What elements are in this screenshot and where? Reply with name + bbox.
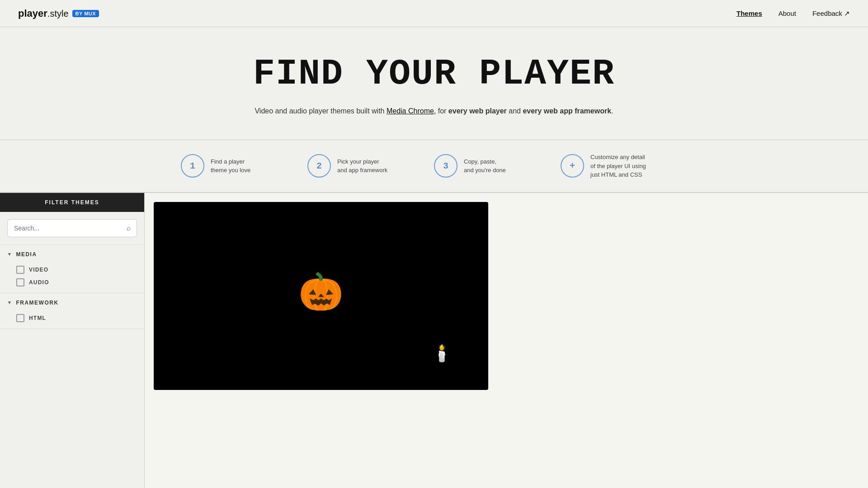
html-option[interactable]: HTML (16, 314, 137, 322)
hero-section: FIND YOUR PLAYER Video and audio player … (0, 27, 868, 140)
step-2-text: Pick your playerand app framework (337, 157, 387, 175)
step-plus-text: Customize any detailof the player UI usi… (590, 153, 646, 179)
html-label: HTML (29, 315, 46, 321)
nav-feedback[interactable]: Feedback ↗ (812, 9, 850, 18)
step-plus-circle: + (561, 154, 584, 178)
media-options: VIDEO AUDIO (0, 264, 144, 293)
video-preview: 🎃 🕯️ (154, 202, 488, 390)
step-2-circle: 2 (307, 154, 331, 178)
framework-options: HTML (0, 312, 144, 328)
framework-section-header[interactable]: ▼ FRAMEWORK (0, 293, 144, 312)
media-chrome-link[interactable]: Media Chrome, (387, 107, 436, 115)
search-input[interactable] (8, 220, 121, 236)
pumpkin-icon: 🎃 (298, 270, 344, 313)
sidebar-header: Filter Themes (0, 193, 144, 212)
step-3: 3 Copy, paste,and you're done (434, 153, 561, 179)
nav-about[interactable]: About (778, 9, 796, 17)
search-section: ⌕ (0, 212, 144, 245)
steps-section: 1 Find a playertheme you love 2 Pick you… (0, 140, 868, 193)
framework-section-label: FRAMEWORK (16, 300, 58, 306)
navigation: player.style BY MUX Themes About Feedbac… (0, 0, 868, 27)
hero-subtitle: Video and audio player themes built with… (18, 105, 850, 117)
nav-links: Themes About Feedback ↗ (736, 9, 850, 18)
media-chevron-icon: ▼ (7, 252, 12, 257)
step-3-text: Copy, paste,and you're done (464, 157, 506, 175)
audio-option[interactable]: AUDIO (16, 278, 137, 286)
video-checkbox[interactable] (16, 266, 24, 274)
search-button[interactable]: ⌕ (121, 220, 137, 237)
logo-text: player.style (18, 8, 69, 19)
logo-player: player (18, 8, 47, 19)
video-label: VIDEO (29, 267, 48, 273)
logo-badge: BY MUX (72, 10, 99, 17)
hero-title: FIND YOUR PLAYER (18, 54, 850, 94)
step-plus: + Customize any detailof the player UI u… (561, 153, 687, 179)
sidebar: Filter Themes ⌕ ▼ MEDIA VIDEO AUDIO (0, 193, 145, 488)
html-checkbox[interactable] (16, 314, 24, 322)
logo-style: style (50, 9, 68, 19)
step-1-text: Find a playertheme you love (211, 157, 250, 175)
logo: player.style BY MUX (18, 8, 99, 19)
step-1-circle: 1 (181, 154, 204, 178)
nav-themes[interactable]: Themes (736, 9, 762, 17)
media-section-header[interactable]: ▼ MEDIA (0, 245, 144, 264)
main-layout: Filter Themes ⌕ ▼ MEDIA VIDEO AUDIO (0, 193, 868, 488)
framework-chevron-icon: ▼ (7, 300, 12, 305)
media-filter-section: ▼ MEDIA VIDEO AUDIO (0, 245, 144, 293)
step-3-circle: 3 (434, 154, 458, 178)
audio-label: AUDIO (29, 279, 49, 286)
search-box: ⌕ (7, 219, 137, 237)
framework-filter-section: ▼ FRAMEWORK HTML (0, 293, 144, 329)
content-area: 🎃 🕯️ (145, 193, 868, 488)
step-1: 1 Find a playertheme you love (181, 153, 307, 179)
media-section-label: MEDIA (16, 251, 37, 258)
video-option[interactable]: VIDEO (16, 266, 137, 274)
audio-checkbox[interactable] (16, 278, 24, 286)
step-2: 2 Pick your playerand app framework (307, 153, 434, 179)
candle-icon: 🕯️ (432, 344, 452, 363)
